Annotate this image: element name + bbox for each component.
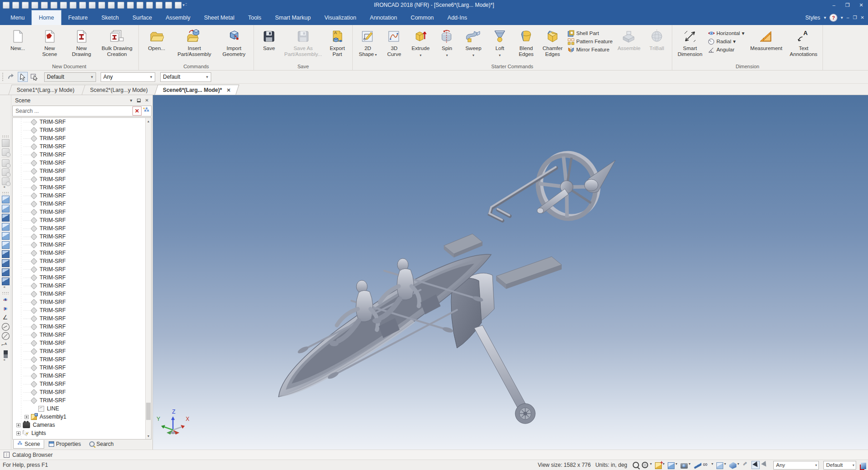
left-toolbar-icon[interactable]	[2, 278, 10, 285]
tree-row[interactable]: Assembly1	[13, 413, 145, 421]
triball-button[interactable]: TriBall	[644, 27, 670, 51]
document-tab[interactable]: Scene6*(Larg... Mode)*✕	[155, 85, 239, 95]
view-cube-icon[interactable]	[668, 462, 675, 469]
chamfer-edges-button[interactable]: Chamfer Edges	[539, 27, 566, 57]
tree-row[interactable]: TRIM-SRF	[13, 241, 145, 249]
left-toolbar-icon[interactable]	[2, 241, 10, 249]
menu-item[interactable]: Smart Markup	[268, 10, 318, 25]
left-toolbar-icon[interactable]	[2, 250, 10, 258]
blend-edges-button[interactable]: Blend Edges	[513, 27, 539, 57]
scroll-down-icon[interactable]: ▼	[146, 433, 151, 439]
status-config-combobox[interactable]: Default▾	[823, 461, 856, 470]
scene-search-box[interactable]: Search ... ✕	[12, 106, 152, 116]
left-toolbar-icon[interactable]	[2, 139, 10, 147]
left-toolbar-icon[interactable]	[2, 287, 10, 290]
tree-row[interactable]: TRIM-SRF	[13, 159, 145, 167]
pointer-alt-tool-icon[interactable]	[761, 461, 769, 469]
left-toolbar-icon[interactable]	[4, 350, 8, 358]
left-toolbar-icon[interactable]	[2, 135, 9, 138]
menu-item[interactable]: Add-Ins	[441, 10, 474, 25]
2d-shape-button[interactable]: 2D Shape ▾	[355, 27, 381, 58]
doc-minimize-button[interactable]: –	[847, 15, 849, 20]
horizontal-dimension-button[interactable]: Horizontal▾	[706, 29, 746, 37]
left-toolbar-icon[interactable]	[2, 192, 9, 194]
minimize-button[interactable]: –	[827, 0, 841, 10]
menu-item[interactable]: Home	[31, 10, 61, 25]
open-button[interactable]: Open...	[141, 27, 173, 51]
tree-row[interactable]: TRIM-SRF	[13, 151, 145, 159]
left-toolbar-icon[interactable]	[2, 292, 9, 294]
status-filter-combobox[interactable]: Any▾	[773, 461, 819, 470]
left-toolbar-icon[interactable]	[2, 232, 10, 240]
restore-button[interactable]: ❐	[841, 0, 854, 10]
section-view-icon[interactable]	[694, 461, 701, 469]
tree-row[interactable]: TRIM-SRF	[13, 142, 145, 151]
new-part-dropdown-icon[interactable]	[663, 461, 667, 469]
catalog-browser-bar[interactable]: Catalog Browser	[0, 450, 868, 460]
redo-small-icon[interactable]	[6, 72, 16, 82]
tree-row[interactable]: Lights	[13, 429, 145, 437]
selection-filter-combobox[interactable]: Any▾	[101, 72, 155, 82]
help-icon[interactable]: ?	[830, 14, 837, 21]
quick-access-icon[interactable]	[137, 2, 143, 9]
quick-access-icon[interactable]	[3, 2, 10, 9]
quick-access-icon[interactable]	[31, 2, 38, 9]
left-toolbar-icon[interactable]	[2, 177, 10, 185]
tree-row[interactable]: TRIM-SRF	[13, 126, 145, 134]
tree-row[interactable]: TRIM-SRF	[13, 200, 145, 208]
tree-row[interactable]: TRIM-SRF	[13, 118, 145, 126]
tree-row[interactable]: TRIM-SRF	[13, 298, 145, 306]
tree-row[interactable]: Cameras	[13, 421, 145, 429]
tree-row[interactable]: TRIM-SRF	[13, 257, 145, 265]
quick-access-overflow-icon[interactable]: ⸚	[186, 3, 187, 8]
camera-dropdown-icon[interactable]	[689, 461, 693, 469]
menu-item[interactable]: Tools	[241, 10, 268, 25]
search-input[interactable]: Search ...	[13, 108, 132, 114]
tree-expand-icon[interactable]	[16, 431, 20, 435]
tree-row[interactable]: TRIM-SRF	[13, 282, 145, 290]
quick-access-icon[interactable]	[165, 2, 172, 9]
new-part-icon[interactable]	[655, 462, 662, 469]
tree-row[interactable]: TRIM-SRF	[13, 388, 145, 396]
measurement-button[interactable]: Measurement	[746, 27, 786, 51]
left-toolbar-icon[interactable]	[2, 305, 10, 313]
tree-row[interactable]: TRIM-SRF	[13, 339, 145, 347]
shell-part-button[interactable]: Shell Part	[566, 29, 614, 37]
menu-item[interactable]: Menu	[4, 10, 31, 25]
new-drawing-button[interactable]: New Drawing	[66, 27, 97, 57]
tree-row[interactable]: TRIM-SRF	[13, 232, 145, 241]
extrude-button[interactable]: Extrude ▾	[407, 27, 434, 58]
save-button[interactable]: Save	[256, 27, 282, 51]
help-dropdown-icon[interactable]: ▾	[841, 15, 843, 20]
menu-item[interactable]: Sheet Metal	[197, 10, 241, 25]
tree-row[interactable]: TRIM-SRF	[13, 323, 145, 331]
sweep-button[interactable]: Sweep ▾	[460, 27, 487, 58]
view-cube-dropdown-icon[interactable]	[675, 461, 680, 469]
left-toolbar-icon[interactable]	[2, 323, 10, 331]
quick-access-icon[interactable]	[51, 2, 57, 9]
menu-item[interactable]: Visualization	[318, 10, 363, 25]
quick-access-icon[interactable]	[117, 2, 124, 9]
quick-access-dropdown-icon[interactable]: ▾	[183, 3, 185, 7]
tree-row[interactable]: LINE	[13, 404, 145, 413]
left-toolbar-icon[interactable]	[2, 214, 10, 222]
tree-row[interactable]: TRIM-SRF	[13, 273, 145, 282]
tree-row[interactable]: TRIM-SRF	[13, 134, 145, 142]
select-box-cursor-icon[interactable]	[30, 72, 40, 82]
tree-row[interactable]: TRIM-SRF	[13, 372, 145, 380]
tree-row[interactable]: TRIM-SRF	[13, 175, 145, 183]
quick-access-icon[interactable]	[108, 2, 115, 9]
menu-item[interactable]: Feature	[61, 10, 95, 25]
perspective-icon[interactable]	[702, 461, 711, 469]
tree-row[interactable]: TRIM-SRF	[13, 290, 145, 298]
render-mode-dropdown-icon[interactable]	[724, 461, 728, 469]
configuration-combobox[interactable]: Default▾	[160, 72, 211, 82]
import-geometry-button[interactable]: Import Geometry	[216, 27, 252, 57]
tree-row[interactable]: TRIM-SRF	[13, 216, 145, 224]
spin-button[interactable]: Spin ▾	[434, 27, 460, 58]
document-tab[interactable]: Scene1*(Larg...y Mode)	[8, 85, 87, 95]
doc-restore-button[interactable]: ❐	[853, 15, 857, 20]
panel-tab[interactable]: Search	[86, 440, 117, 448]
tree-row[interactable]: TRIM-SRF	[13, 306, 145, 314]
quick-access-icon[interactable]	[175, 2, 182, 9]
